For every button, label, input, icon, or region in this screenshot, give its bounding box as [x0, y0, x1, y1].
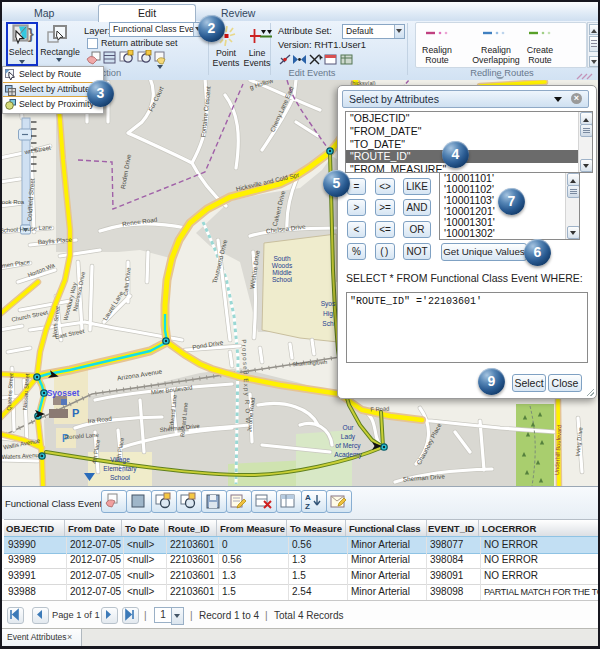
svg-text:School: School [110, 474, 131, 481]
svg-text:A: A [305, 493, 311, 502]
svg-text:Academy: Academy [334, 451, 362, 459]
svg-text:Village: Village [110, 456, 130, 464]
svg-text:Elementary: Elementary [103, 465, 137, 473]
svg-text:Hig: Hig [323, 310, 333, 318]
svg-text:Syosset: Syosset [47, 388, 80, 398]
svg-text:South: South [273, 255, 291, 262]
svg-text:Z: Z [305, 502, 310, 511]
svg-text:School: School [272, 276, 293, 283]
svg-text:P: P [72, 407, 79, 419]
svg-text:Our: Our [343, 424, 355, 431]
svg-text:Middle: Middle [272, 269, 292, 276]
svg-text:}: } [28, 25, 34, 42]
svg-text:Syos: Syos [321, 300, 336, 308]
svg-text:F Road: F Road [370, 406, 389, 413]
svg-text:of Mercy: of Mercy [335, 442, 361, 450]
svg-text:Woods: Woods [272, 262, 293, 269]
svg-text:Sch: Sch [322, 320, 334, 327]
svg-text:Lady: Lady [341, 433, 356, 441]
svg-text:rook Roa: rook Roa [0, 199, 25, 205]
